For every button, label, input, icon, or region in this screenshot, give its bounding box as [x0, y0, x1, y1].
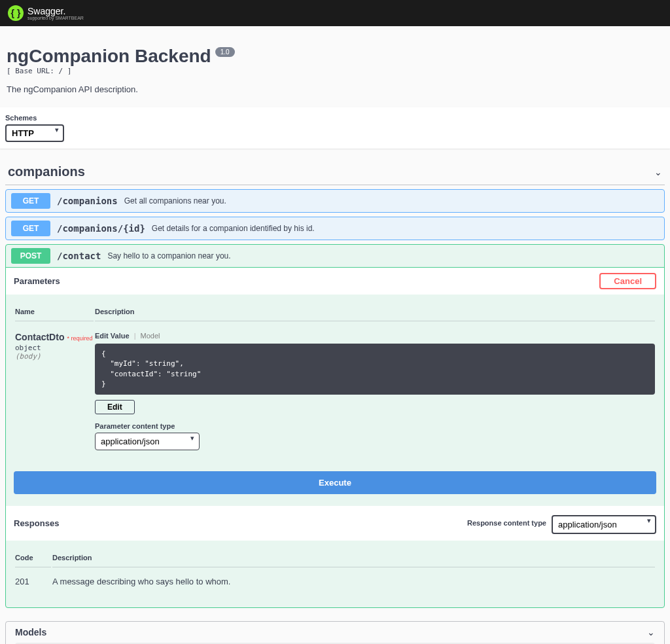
op-description: Say hello to a companion near you.	[107, 251, 230, 260]
edit-button[interactable]: Edit	[95, 400, 135, 414]
op-path: /companions	[57, 196, 118, 206]
param-tabs: Edit Value | Model	[95, 332, 655, 340]
models-header[interactable]: Models ⌄	[6, 622, 664, 643]
op-summary[interactable]: POST /contact Say hello to a companion n…	[6, 245, 664, 267]
param-example-body[interactable]: { "myId": "string", "contactId": "string…	[95, 344, 655, 395]
schemes-label: Schemes	[5, 114, 665, 122]
op-summary[interactable]: GET /companions/{id} Get details for a c…	[6, 217, 664, 240]
param-type: object	[15, 344, 94, 352]
base-url: [ Base URL: / ]	[7, 67, 663, 75]
op-post-contact: POST /contact Say hello to a companion n…	[5, 244, 665, 608]
op-get-companion-by-id: GET /companions/{id} Get details for a c…	[5, 217, 665, 240]
chevron-down-icon: ⌄	[654, 167, 662, 177]
swagger-icon: { }	[8, 5, 24, 21]
models-title: Models	[15, 627, 46, 637]
api-description: The ngCompanion API description.	[7, 84, 663, 94]
scheme-container: Schemes HTTP	[0, 107, 670, 149]
tag-name: companions	[8, 164, 85, 179]
param-row: ContactDto* required object (body) Edit …	[15, 323, 655, 450]
col-code: Code	[15, 548, 51, 567]
col-name: Name	[15, 302, 94, 321]
parameters-title: Parameters	[14, 276, 60, 286]
tab-model[interactable]: Model	[141, 332, 160, 340]
parameters-table: Name Description ContactDto* required ob…	[6, 295, 664, 471]
responses-header: Responses Response content type applicat…	[6, 506, 664, 541]
op-path: /companions/{id}	[57, 223, 145, 234]
swagger-logo: { } Swagger. supported by SMARTBEAR	[8, 5, 84, 21]
version-badge: 1.0	[215, 47, 235, 57]
col-description: Description	[95, 302, 655, 321]
method-badge: GET	[11, 193, 50, 209]
param-content-type-label: Parameter content type	[95, 422, 655, 430]
op-description: Get details for a companion identified b…	[152, 224, 315, 233]
tab-edit-value[interactable]: Edit Value	[95, 332, 130, 340]
response-row: 201 A message describing who says hello …	[15, 569, 655, 586]
col-description: Description	[52, 548, 655, 567]
method-badge: POST	[11, 248, 50, 264]
parameters-header: Parameters Cancel	[6, 268, 664, 295]
op-body: Parameters Cancel Name Description	[6, 267, 664, 607]
response-content-type-label: Response content type	[467, 519, 546, 527]
responses-title: Responses	[14, 518, 59, 528]
response-content-type-select[interactable]: application/json	[552, 515, 656, 534]
param-in: (body)	[15, 352, 94, 361]
param-content-type-select[interactable]: application/json	[95, 433, 200, 450]
op-get-companions: GET /companions Get all companions near …	[5, 189, 665, 213]
method-badge: GET	[11, 221, 50, 236]
tag-companions: companions ⌄ GET /companions Get all com…	[5, 159, 665, 608]
execute-button[interactable]: Execute	[14, 471, 656, 494]
response-code: 201	[15, 569, 51, 586]
chevron-down-icon: ⌄	[647, 627, 655, 637]
response-description: A message describing who says hello to w…	[52, 569, 655, 586]
op-path: /contact	[57, 251, 101, 261]
models-section: Models ⌄ ContactDto ›	[5, 621, 665, 644]
param-name: ContactDto	[15, 332, 64, 342]
brand-subtext: supported by SMARTBEAR	[27, 16, 84, 20]
op-description: Get all companions near you.	[124, 196, 226, 206]
api-title: ngCompanion Backend	[7, 46, 211, 67]
api-info: ngCompanion Backend 1.0 [ Base URL: / ] …	[0, 26, 670, 107]
responses-table: Code Description 201 A message describin…	[6, 541, 664, 607]
required-marker: * required	[67, 335, 92, 342]
op-summary[interactable]: GET /companions Get all companions near …	[6, 190, 664, 212]
topbar: { } Swagger. supported by SMARTBEAR	[0, 0, 670, 26]
scheme-select[interactable]: HTTP	[5, 124, 64, 142]
tag-header[interactable]: companions ⌄	[5, 159, 665, 185]
cancel-button[interactable]: Cancel	[599, 273, 656, 289]
brand-text: Swagger.	[27, 7, 84, 16]
